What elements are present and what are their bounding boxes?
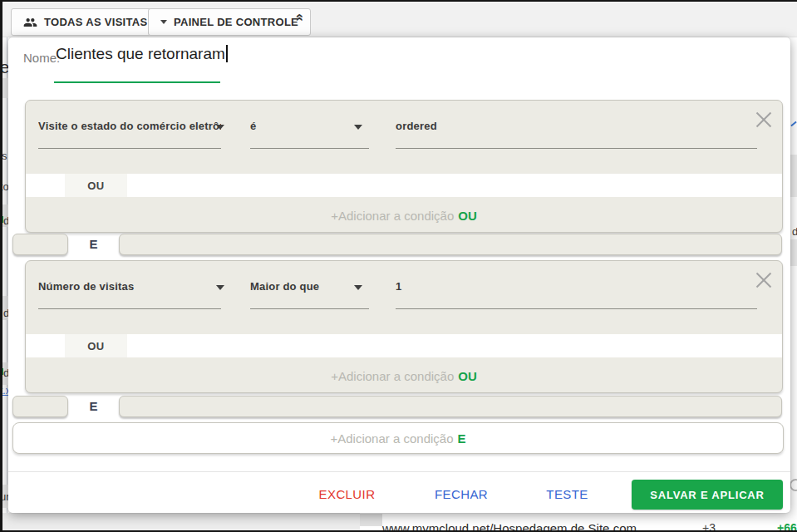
add-and-word: E (458, 431, 466, 446)
dropdown-arrow-icon (216, 125, 224, 130)
add-or-condition-button[interactable]: +Adicionar a condição OU (26, 197, 782, 233)
add-or-word: OU (458, 209, 477, 223)
add-and-condition-button[interactable]: +Adicionar a condição E (12, 422, 784, 454)
background-panel-edge (7, 37, 7, 513)
collapse-up-icon[interactable]: « (293, 13, 307, 21)
remove-condition-icon[interactable] (755, 271, 772, 288)
condition2-field-select[interactable]: Número de visitas (38, 278, 221, 309)
screen-border (0, 0, 797, 2)
footer-divider (8, 471, 790, 472)
or-connector-band: OU (26, 334, 782, 357)
condition1-field-select[interactable]: Visite o estado do comércio eletrônic (38, 117, 221, 149)
name-input-value: Clientes que retornaram (56, 45, 225, 62)
dropdown-arrow-icon (216, 285, 224, 290)
condition2-value-input[interactable]: 1 (396, 278, 757, 309)
condition-group-2: Número de visitas Maior do que 1 OU +Adi… (25, 260, 783, 393)
add-or-prefix: +Adicionar a condição (331, 369, 454, 383)
people-icon (23, 17, 37, 28)
top-toolbar: TODAS AS VISITAS PAINEL DE CONTROLE « (0, 0, 797, 37)
condition-group-1: Visite o estado do comércio eletrônic é … (25, 100, 783, 233)
and-connector-label: E (68, 234, 119, 255)
avatar (790, 479, 797, 491)
background-row-band (790, 239, 797, 266)
connector-bar (12, 396, 68, 417)
connector-bar (12, 234, 68, 255)
background-table-row: www.mymcloud.net/Hospedagem de Site com.… (0, 513, 797, 532)
close-button[interactable]: FECHAR (416, 480, 507, 509)
background-row-band (790, 155, 797, 197)
background-box-fragment (360, 514, 382, 526)
connector-bar (119, 234, 782, 255)
dropdown-arrow-icon (354, 125, 362, 130)
and-connector-row: E (8, 234, 790, 257)
control-panel-button[interactable]: PAINEL DE CONTROLE (148, 8, 311, 36)
connector-bar (119, 396, 782, 417)
screen-border (0, 0, 2, 532)
dropdown-arrow-icon (354, 285, 362, 290)
name-input[interactable]: Clientes que retornaram (56, 45, 228, 63)
and-connector-label: E (68, 396, 119, 417)
all-visits-button[interactable]: TODAS AS VISITAS (11, 8, 160, 36)
name-input-underline (54, 81, 220, 83)
or-connector-label: OU (65, 334, 127, 357)
add-or-word: OU (458, 369, 477, 383)
all-visits-label: TODAS AS VISITAS (44, 16, 147, 28)
and-connector-row: E (8, 396, 790, 419)
background-text-fragment: d (792, 225, 797, 238)
add-or-prefix: +Adicionar a condição (331, 209, 454, 223)
or-connector-band: OU (26, 174, 782, 197)
name-label: Nome: (23, 51, 60, 65)
condition2-operator-select[interactable]: Maior do que (250, 278, 369, 309)
condition1-value-input[interactable]: ordered (396, 117, 757, 149)
test-button[interactable]: TESTE (524, 480, 611, 509)
delete-button[interactable]: EXCLUIR (299, 480, 395, 509)
save-and-apply-button[interactable]: SALVAR E APLICAR (632, 480, 783, 510)
caret-down-icon (160, 20, 167, 24)
pencil-icon (790, 121, 796, 127)
remove-condition-icon[interactable] (755, 111, 772, 127)
add-and-prefix: +Adicionar a condição (330, 431, 453, 446)
text-cursor (226, 45, 228, 62)
background-band (0, 513, 360, 532)
segment-editor-dialog: Nome: Clientes que retornaram Visite o e… (8, 37, 790, 513)
condition1-operator-select[interactable]: é (250, 117, 369, 149)
control-panel-label: PAINEL DE CONTROLE (174, 16, 298, 28)
or-connector-label: OU (65, 174, 127, 197)
add-or-condition-button[interactable]: +Adicionar a condição OU (26, 357, 782, 393)
